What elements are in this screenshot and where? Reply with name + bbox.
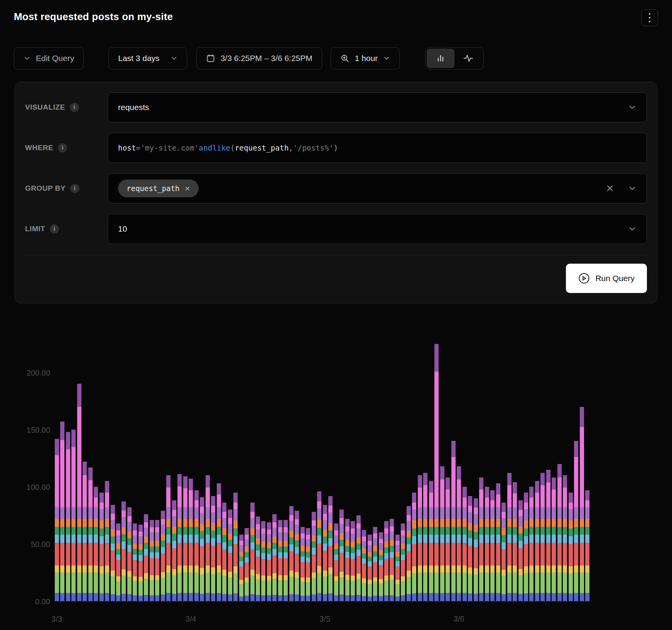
stacked-bar[interactable] [390,519,394,601]
chip-remove-icon[interactable]: ✕ [185,184,190,193]
info-icon[interactable]: i [58,143,67,152]
stacked-bar[interactable] [451,441,456,601]
stacked-bar[interactable] [535,481,539,601]
stacked-bar[interactable] [60,422,64,601]
stacked-bar[interactable] [250,503,255,601]
stacked-bar[interactable] [150,520,154,601]
stacked-bar[interactable] [222,503,226,601]
stacked-bar[interactable] [312,512,316,601]
stacked-bar[interactable] [490,490,495,601]
limit-select[interactable]: 10 [108,214,647,244]
stacked-bar[interactable] [127,507,132,601]
clear-icon[interactable]: ✕ [606,183,614,193]
stacked-bar[interactable] [557,464,562,601]
stacked-bar[interactable] [379,532,383,601]
run-query-button[interactable]: Run Query [566,264,647,293]
edit-query-button[interactable]: Edit Query [14,47,84,69]
bar-chart-toggle[interactable] [427,49,454,68]
stacked-bar[interactable] [278,520,282,601]
stacked-bar[interactable] [334,523,338,601]
stacked-bar[interactable] [351,521,355,601]
stacked-bar[interactable] [457,466,461,601]
stacked-bar[interactable] [83,462,87,601]
stacked-bar[interactable] [412,493,416,601]
stacked-bar[interactable] [356,515,361,601]
stacked-bar[interactable] [395,535,400,601]
stacked-bar[interactable] [105,481,109,601]
stacked-bar[interactable] [518,500,523,601]
stacked-bar[interactable] [468,496,472,601]
stacked-bar[interactable] [328,496,333,601]
stacked-bar[interactable] [574,441,578,601]
stacked-bar[interactable] [138,525,143,601]
stacked-bar[interactable] [407,506,411,601]
stacked-bar[interactable] [200,497,204,601]
stacked-bar[interactable] [496,483,500,601]
stacked-bar[interactable] [122,501,126,601]
stacked-bar[interactable] [429,481,433,601]
stacked-bar[interactable] [301,527,305,601]
stacked-bar[interactable] [507,473,512,601]
stacked-bar[interactable] [384,521,388,601]
stacked-bar[interactable] [362,530,366,601]
info-icon[interactable]: i [70,103,79,112]
visualize-select[interactable]: requests [108,92,647,122]
stacked-bar[interactable] [133,523,137,601]
stacked-bar[interactable] [540,473,545,601]
stacked-bar[interactable] [194,490,199,601]
stacked-bar[interactable] [284,520,288,601]
stacked-bar[interactable] [345,519,350,601]
stacked-bar[interactable] [295,511,299,601]
stacked-bar[interactable] [546,470,550,601]
stacked-bar[interactable] [479,478,483,601]
stacked-bar[interactable] [77,384,81,601]
stacked-bar[interactable] [155,520,159,601]
stacked-bar[interactable] [267,522,271,601]
stacked-bar[interactable] [177,474,182,601]
stacked-bar[interactable] [172,500,176,601]
stacked-bar[interactable] [189,479,193,601]
stacked-bar[interactable] [88,467,93,601]
stacked-bar[interactable] [401,523,405,601]
date-range-picker[interactable]: 3/3 6:25PM – 3/6 6:25PM [196,47,322,69]
info-icon[interactable]: i [70,184,79,193]
stacked-bar[interactable] [144,514,148,601]
stacked-bar[interactable] [368,535,372,601]
stacked-bar[interactable] [233,493,238,601]
line-chart-toggle[interactable] [454,49,482,68]
time-range-select[interactable]: Last 3 days [108,47,187,69]
stacked-bar[interactable] [111,505,115,601]
stacked-bar[interactable] [339,510,344,601]
stacked-bar[interactable] [317,491,321,601]
stacked-bar[interactable] [211,496,215,601]
stacked-bar[interactable] [580,407,584,601]
stacked-bar[interactable] [513,482,517,601]
stacked-bar[interactable] [116,523,120,601]
stacked-bar[interactable] [272,514,277,601]
stacked-bar[interactable] [569,493,573,601]
stacked-bar[interactable] [100,493,104,601]
stacked-bar[interactable] [501,503,506,601]
group-by-select[interactable]: request_path ✕ ✕ [108,173,647,203]
stacked-bar[interactable] [94,487,98,601]
stacked-bar[interactable] [161,511,165,601]
stacked-bar[interactable] [463,487,467,601]
stacked-bar[interactable] [373,527,377,601]
stacked-bar[interactable] [434,344,439,601]
stacked-bar[interactable] [529,487,534,601]
more-options-button[interactable] [641,9,658,26]
stacked-bar[interactable] [239,535,243,601]
stacked-bar[interactable] [323,505,327,601]
stacked-bar[interactable] [245,528,249,601]
stacked-bar[interactable] [66,432,70,601]
stacked-bar[interactable] [206,475,210,601]
stacked-bar[interactable] [423,473,427,601]
stacked-bar[interactable] [418,475,422,601]
stacked-bar[interactable] [261,521,265,601]
stacked-bar[interactable] [485,487,489,601]
info-icon[interactable]: i [50,224,59,234]
stacked-bar[interactable] [183,476,187,601]
stacked-bar[interactable] [440,466,444,601]
stacked-bar[interactable] [474,498,478,601]
stacked-bar[interactable] [552,478,556,601]
